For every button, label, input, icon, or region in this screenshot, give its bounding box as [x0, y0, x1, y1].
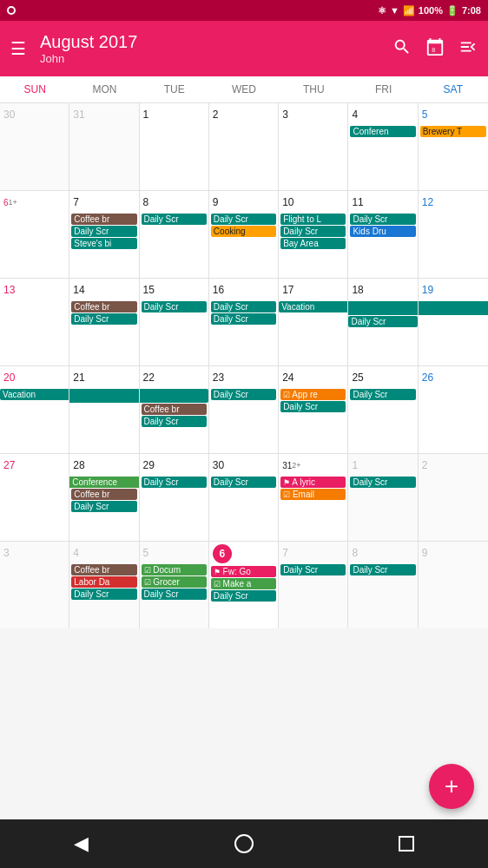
- event-conference-bar[interactable]: Conference: [69, 477, 138, 488]
- day-aug-6[interactable]: 6 1+: [0, 191, 69, 278]
- day-aug-7[interactable]: 7 Coffee br Daily Scr Steve's bi: [69, 191, 139, 278]
- day-aug-18[interactable]: 18 Daily Scr: [348, 279, 418, 365]
- day-aug-24[interactable]: 24 ☑ App re Daily Scr: [279, 366, 348, 453]
- event-brewery[interactable]: Brewery T: [420, 126, 486, 137]
- event-coffee-14[interactable]: Coffee br: [71, 301, 136, 312]
- day-aug-27[interactable]: 27: [0, 454, 69, 541]
- view-menu-button[interactable]: [458, 37, 478, 61]
- event-fw-go[interactable]: ⚑ Fw: Go: [211, 566, 276, 577]
- signal-icon: 📶: [403, 5, 415, 16]
- day-aug-21[interactable]: 21: [69, 366, 139, 453]
- day-aug-16[interactable]: 16 Daily Scr Daily Scr: [209, 279, 279, 365]
- day-header-sat: SAT: [419, 80, 488, 99]
- day-aug-8[interactable]: 8 Daily Scr: [140, 191, 209, 278]
- event-email[interactable]: ☑ Email: [280, 489, 346, 500]
- event-flight[interactable]: Flight to L: [280, 214, 346, 225]
- back-button[interactable]: ◀: [63, 825, 101, 863]
- event-daily-scr-11[interactable]: Daily Scr: [350, 214, 415, 225]
- event-grocer[interactable]: ☑ Grocer: [142, 576, 207, 588]
- home-button[interactable]: [225, 825, 263, 863]
- search-button[interactable]: [392, 37, 412, 61]
- day-aug-9[interactable]: 9 Daily Scr Cooking: [209, 191, 279, 278]
- event-daily-scr-8[interactable]: Daily Scr: [142, 214, 207, 225]
- event-daily-scr-16b[interactable]: Daily Scr: [211, 313, 276, 325]
- event-daily-scr-sep4[interactable]: Daily Scr: [71, 589, 136, 600]
- day-aug-3[interactable]: 3: [279, 103, 348, 190]
- event-a-lyric[interactable]: ⚑ A lyric: [280, 477, 346, 488]
- event-coffee-7[interactable]: Coffee br: [71, 214, 136, 225]
- day-sep-3[interactable]: 3: [0, 542, 69, 628]
- event-daily-scr-28[interactable]: Daily Scr: [71, 501, 136, 512]
- event-daily-scr-sep7[interactable]: Daily Scr: [280, 564, 346, 575]
- day-aug-19[interactable]: 19: [419, 279, 488, 365]
- event-coffee-28[interactable]: Coffee br: [71, 489, 136, 500]
- day-sep-7[interactable]: 7 Daily Scr: [279, 542, 348, 628]
- event-labor-day[interactable]: Labor Da: [71, 576, 136, 588]
- event-daily-scr-7[interactable]: Daily Scr: [71, 226, 136, 237]
- day-aug-2[interactable]: 2: [209, 103, 279, 190]
- event-daily-scr-15[interactable]: Daily Scr: [142, 301, 207, 312]
- day-aug-30[interactable]: 30 Daily Scr: [209, 454, 279, 541]
- menu-button[interactable]: ☰: [10, 38, 26, 59]
- event-daily-scr-sep6[interactable]: Daily Scr: [211, 590, 276, 602]
- recents-button[interactable]: [387, 825, 425, 863]
- day-aug-20[interactable]: 20 Vacation: [0, 366, 69, 453]
- day-aug-28[interactable]: 28 Conference Coffee br Daily Scr: [69, 454, 139, 541]
- day-aug-13[interactable]: 13: [0, 279, 69, 365]
- day-sep-6[interactable]: 6 ⚑ Fw: Go ☑ Make a Daily Scr: [209, 542, 279, 628]
- day-aug-15[interactable]: 15 Daily Scr: [140, 279, 209, 365]
- event-app-re[interactable]: ☑ App re: [280, 389, 346, 400]
- day-aug-26[interactable]: 26: [419, 366, 488, 453]
- day-sep-5[interactable]: 5 ☑ Docum ☑ Grocer Daily Scr: [140, 542, 209, 628]
- event-cooking[interactable]: Cooking: [211, 226, 276, 237]
- event-daily-scr-23[interactable]: Daily Scr: [211, 389, 276, 400]
- event-daily-scr-30[interactable]: Daily Scr: [211, 477, 276, 488]
- event-docum[interactable]: ☑ Docum: [142, 564, 207, 575]
- day-aug-1[interactable]: 1: [140, 103, 209, 190]
- event-daily-scr-18[interactable]: Daily Scr: [348, 316, 417, 327]
- calendar-today-button[interactable]: 8: [425, 37, 445, 61]
- day-sep-2[interactable]: 2: [419, 454, 488, 541]
- day-jul-30[interactable]: 30: [0, 103, 69, 190]
- day-aug-23[interactable]: 23 Daily Scr: [209, 366, 279, 453]
- event-conference[interactable]: Conferen: [350, 126, 415, 137]
- event-steves-bi[interactable]: Steve's bi: [71, 238, 136, 249]
- fab-add-button[interactable]: +: [429, 764, 474, 809]
- event-vacation-start[interactable]: Vacation: [279, 301, 347, 312]
- event-make-a[interactable]: ☑ Make a: [211, 578, 276, 589]
- event-coffee-22[interactable]: Coffee br: [142, 404, 207, 415]
- day-aug-17[interactable]: 17 Vacation: [279, 279, 348, 365]
- day-sep-1[interactable]: 1 Daily Scr: [348, 454, 418, 541]
- day-aug-11[interactable]: 11 Daily Scr Kids Dru: [348, 191, 418, 278]
- event-daily-scr-29[interactable]: Daily Scr: [142, 477, 207, 488]
- event-daily-scr-9[interactable]: Daily Scr: [211, 214, 276, 225]
- day-aug-4[interactable]: 4 Conferen: [348, 103, 418, 190]
- day-aug-10[interactable]: 10 Flight to L Daily Scr Bay Area: [279, 191, 348, 278]
- day-aug-14[interactable]: 14 Coffee br Daily Scr: [69, 279, 139, 365]
- day-jul-31[interactable]: 31: [69, 103, 139, 190]
- day-sep-4[interactable]: 4 Coffee br Labor Da Daily Scr: [69, 542, 139, 628]
- event-daily-scr-16a[interactable]: Daily Scr: [211, 301, 276, 312]
- event-daily-scr-25[interactable]: Daily Scr: [350, 389, 415, 400]
- header-title: August 2017 John: [40, 32, 392, 65]
- day-aug-5[interactable]: 5 Brewery T: [419, 103, 488, 190]
- event-coffee-sep4[interactable]: Coffee br: [71, 564, 136, 575]
- event-kids-dru[interactable]: Kids Dru: [350, 226, 415, 237]
- day-aug-12[interactable]: 12: [419, 191, 488, 278]
- today-num: 6: [213, 544, 232, 563]
- day-aug-25[interactable]: 25 Daily Scr: [348, 366, 418, 453]
- event-daily-scr-22[interactable]: Daily Scr: [142, 416, 207, 427]
- event-daily-scr-14[interactable]: Daily Scr: [71, 313, 136, 325]
- event-daily-scr-sep5[interactable]: Daily Scr: [142, 589, 207, 600]
- event-bay-area[interactable]: Bay Area: [280, 238, 346, 249]
- event-daily-scr-10[interactable]: Daily Scr: [280, 226, 346, 237]
- event-vacation-sun[interactable]: Vacation: [0, 389, 69, 400]
- day-sep-8[interactable]: 8 Daily Scr: [348, 542, 418, 628]
- day-aug-31[interactable]: 31 2+ ⚑ A lyric ☑ Email: [279, 454, 348, 541]
- day-aug-29[interactable]: 29 Daily Scr: [140, 454, 209, 541]
- event-daily-scr-sep1[interactable]: Daily Scr: [350, 477, 415, 488]
- event-daily-scr-sep8[interactable]: Daily Scr: [350, 564, 415, 575]
- day-aug-22[interactable]: 22 Coffee br Daily Scr: [140, 366, 209, 453]
- day-sep-9[interactable]: 9: [419, 542, 488, 628]
- event-daily-scr-24[interactable]: Daily Scr: [280, 401, 346, 412]
